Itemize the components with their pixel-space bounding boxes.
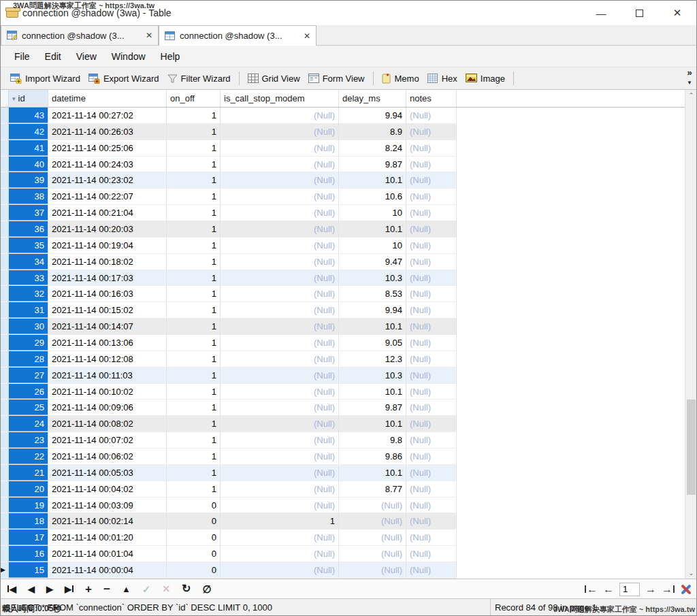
row-selector[interactable] (1, 481, 9, 498)
previous-page-button[interactable]: ← (603, 584, 614, 595)
cell-on-off[interactable]: 1 (167, 481, 221, 497)
table-row[interactable]: ▶152021-11-14 00:00:040(Null)(Null)(Null… (1, 562, 685, 579)
table-row[interactable]: 332021-11-14 00:17:031(Null)10.3(Null) (1, 270, 685, 287)
cell-on-off[interactable]: 1 (167, 302, 221, 318)
cell-delay-ms[interactable]: 9.94 (339, 108, 406, 123)
cell-datetime[interactable]: 2021-11-14 00:07:02 (48, 432, 167, 448)
cell-delay-ms[interactable]: (Null) (339, 498, 406, 513)
cell-notes[interactable]: (Null) (406, 108, 457, 123)
cell-is-call-stop-modem[interactable]: 1 (221, 513, 339, 529)
cell-on-off[interactable]: 1 (167, 384, 221, 400)
cell-notes[interactable]: (Null) (406, 172, 457, 188)
table-row[interactable]: 172021-11-14 00:01:200(Null)(Null)(Null) (1, 530, 685, 546)
cell-notes[interactable]: (Null) (406, 449, 457, 464)
table-row[interactable]: 352021-11-14 00:19:041(Null)10(Null) (1, 238, 685, 254)
row-selector[interactable] (1, 238, 9, 254)
table-row[interactable]: 322021-11-14 00:16:031(Null)8.53(Null) (1, 286, 685, 302)
cell-notes[interactable]: (Null) (406, 384, 457, 400)
cell-delay-ms[interactable]: 10.1 (339, 221, 406, 237)
cell-datetime[interactable]: 2021-11-14 00:25:06 (48, 140, 167, 156)
toolbar-overflow[interactable]: » ▼ (687, 69, 692, 87)
cell-on-off[interactable]: 0 (167, 513, 221, 529)
row-selector[interactable] (1, 498, 9, 514)
scrollbar-thumb[interactable] (687, 400, 696, 495)
table-row[interactable]: 402021-11-14 00:24:031(Null)9.87(Null) (1, 157, 685, 173)
row-selector[interactable] (1, 384, 9, 400)
cell-is-call-stop-modem[interactable]: (Null) (221, 416, 339, 432)
table-row[interactable]: 302021-11-14 00:14:071(Null)10.1(Null) (1, 319, 685, 335)
cell-datetime[interactable]: 2021-11-14 00:00:04 (48, 562, 167, 578)
cell-delay-ms[interactable]: (Null) (339, 513, 406, 529)
cell-id[interactable]: 23 (9, 432, 48, 448)
cell-on-off[interactable]: 1 (167, 221, 221, 237)
cell-is-call-stop-modem[interactable]: (Null) (221, 319, 339, 334)
cell-datetime[interactable]: 2021-11-14 00:16:03 (48, 286, 167, 302)
cell-is-call-stop-modem[interactable]: (Null) (221, 172, 339, 188)
cell-id[interactable]: 20 (9, 481, 48, 497)
table-row[interactable]: 232021-11-14 00:07:021(Null)9.8(Null) (1, 432, 685, 449)
cell-datetime[interactable]: 2021-11-14 00:27:02 (48, 108, 167, 123)
row-selector[interactable] (1, 302, 9, 319)
hex-button[interactable]: Hex (423, 71, 461, 86)
cell-notes[interactable]: (Null) (406, 238, 457, 253)
row-selector[interactable]: ▶ (1, 562, 9, 579)
cell-notes[interactable]: (Null) (406, 513, 457, 529)
cell-on-off[interactable]: 1 (167, 172, 221, 188)
cell-notes[interactable]: (Null) (406, 205, 457, 221)
table-tools-icon[interactable] (680, 584, 691, 595)
export-wizard-button[interactable]: Export Wizard (84, 71, 163, 86)
cell-id[interactable]: 17 (9, 530, 48, 545)
cell-id[interactable]: 15 (9, 562, 48, 578)
cell-datetime[interactable]: 2021-11-14 00:14:07 (48, 319, 167, 334)
cell-id[interactable]: 41 (9, 140, 48, 156)
cell-id[interactable]: 37 (9, 205, 48, 221)
cell-on-off[interactable]: 1 (167, 286, 221, 302)
cell-is-call-stop-modem[interactable]: (Null) (221, 108, 339, 123)
minimize-button[interactable]: — (582, 1, 620, 25)
table-row[interactable]: 422021-11-14 00:26:031(Null)8.9(Null) (1, 124, 685, 140)
cell-id[interactable]: 38 (9, 189, 48, 204)
menu-view[interactable]: View (69, 48, 103, 65)
cell-datetime[interactable]: 2021-11-14 00:09:06 (48, 400, 167, 415)
table-row[interactable]: 432021-11-14 00:27:021(Null)9.94(Null) (1, 108, 685, 124)
cell-datetime[interactable]: 2021-11-14 00:10:02 (48, 384, 167, 400)
cell-datetime[interactable]: 2021-11-14 00:20:03 (48, 221, 167, 237)
row-selector[interactable] (1, 465, 9, 481)
tab-close-icon[interactable]: ✕ (146, 31, 152, 40)
row-selector[interactable] (1, 189, 9, 205)
cell-notes[interactable]: (Null) (406, 368, 457, 383)
cell-is-call-stop-modem[interactable]: (Null) (221, 124, 339, 140)
row-selector[interactable] (1, 513, 9, 530)
cell-is-call-stop-modem[interactable]: (Null) (221, 189, 339, 204)
cell-on-off[interactable]: 1 (167, 335, 221, 351)
import-wizard-button[interactable]: Import Wizard (6, 71, 84, 86)
cell-is-call-stop-modem[interactable]: (Null) (221, 546, 339, 562)
row-selector[interactable] (1, 432, 9, 449)
cell-delay-ms[interactable]: 9.05 (339, 335, 406, 351)
cell-on-off[interactable]: 1 (167, 108, 221, 123)
cell-is-call-stop-modem[interactable]: (Null) (221, 351, 339, 367)
cell-delay-ms[interactable]: 10 (339, 238, 406, 253)
cell-delay-ms[interactable]: 9.47 (339, 254, 406, 270)
cell-datetime[interactable]: 2021-11-14 00:22:07 (48, 189, 167, 204)
last-page-button[interactable]: → (662, 584, 675, 595)
close-button[interactable]: ✕ (658, 1, 696, 25)
cell-is-call-stop-modem[interactable]: (Null) (221, 481, 339, 497)
cell-is-call-stop-modem[interactable]: (Null) (221, 465, 339, 481)
cell-delay-ms[interactable]: 8.24 (339, 140, 406, 156)
cell-notes[interactable]: (Null) (406, 157, 457, 172)
table-row[interactable]: 282021-11-14 00:12:081(Null)12.3(Null) (1, 351, 685, 368)
table-row[interactable]: 212021-11-14 00:05:031(Null)10.1(Null) (1, 465, 685, 481)
cell-is-call-stop-modem[interactable]: (Null) (221, 384, 339, 400)
cell-on-off[interactable]: 1 (167, 416, 221, 432)
row-selector[interactable] (1, 254, 9, 270)
cell-notes[interactable]: (Null) (406, 189, 457, 204)
cell-is-call-stop-modem[interactable]: (Null) (221, 530, 339, 545)
menu-help[interactable]: Help (154, 48, 187, 65)
cell-id[interactable]: 22 (9, 449, 48, 464)
row-selector[interactable] (1, 172, 9, 189)
cell-notes[interactable]: (Null) (406, 319, 457, 334)
cell-datetime[interactable]: 2021-11-14 00:18:02 (48, 254, 167, 270)
cell-id[interactable]: 27 (9, 368, 48, 383)
row-selector[interactable] (1, 335, 9, 351)
